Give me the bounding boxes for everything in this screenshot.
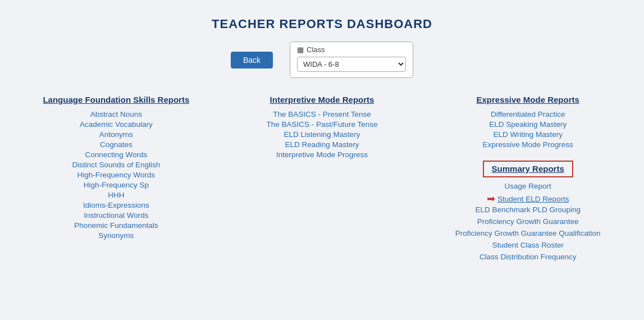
class-label-text: Class	[307, 45, 325, 54]
page-wrapper: TEACHER REPORTS DASHBOARD Back ▦ Class W…	[0, 0, 644, 320]
column-item-language_foundation-4[interactable]: Connecting Words	[85, 150, 147, 159]
columns-row: Language Foundation Skills ReportsAbstra…	[13, 95, 631, 264]
column-language_foundation: Language Foundation Skills ReportsAbstra…	[13, 95, 220, 264]
class-icon: ▦	[297, 45, 304, 54]
column-item-expressive_mode-3[interactable]: Expressive Mode Progress	[483, 140, 573, 149]
summary-header-box: Summary Reports	[483, 161, 573, 177]
column-item-language_foundation-8[interactable]: HHH	[108, 191, 124, 199]
column-expressive_mode: Expressive Mode ReportsDifferentiated Pr…	[425, 95, 631, 264]
summary-item-row-3: Proficiency Growth Guarantee	[477, 217, 579, 227]
arrow-icon: ➡	[487, 194, 495, 204]
column-item-interpretive_mode-0[interactable]: The BASICS - Present Tense	[273, 110, 371, 118]
summary-link-item-5[interactable]: Student Class Roster	[492, 241, 564, 249]
column-item-language_foundation-12[interactable]: Synonyms	[98, 231, 134, 240]
summary-section: Summary ReportsUsage Report➡Student ELD …	[455, 161, 601, 264]
back-button[interactable]: Back	[231, 52, 273, 68]
class-dropdown[interactable]: WIDA - 6-8	[297, 57, 406, 72]
page-title: TEACHER REPORTS DASHBOARD	[212, 17, 432, 31]
column-item-language_foundation-3[interactable]: Cognates	[100, 140, 133, 149]
summary-item-row-1: ➡Student ELD Reports	[487, 194, 569, 204]
column-item-language_foundation-0[interactable]: Abstract Nouns	[90, 110, 142, 118]
column-item-expressive_mode-1[interactable]: ELD Speaking Mastery	[489, 120, 567, 129]
class-selector-box: ▦ Class WIDA - 6-8	[290, 42, 413, 78]
column-item-language_foundation-11[interactable]: Phonemic Fundamentals	[74, 221, 158, 230]
summary-link-item-6[interactable]: Class Distribution Frequency	[479, 253, 577, 261]
summary-item-row-6: Class Distribution Frequency	[479, 253, 577, 263]
summary-highlighted-item-1[interactable]: Student ELD Reports	[497, 195, 569, 203]
column-item-language_foundation-10[interactable]: Instructional Words	[84, 211, 148, 220]
summary-link-item-2[interactable]: ELD Benchmark PLD Grouping	[475, 205, 581, 214]
column-item-language_foundation-9[interactable]: Idioms-Expressions	[83, 201, 149, 209]
column-header-interpretive_mode[interactable]: Interpretive Mode Reports	[270, 95, 374, 104]
summary-link-item-0[interactable]: Usage Report	[505, 182, 551, 190]
class-selector-label: ▦ Class	[297, 45, 406, 54]
column-item-interpretive_mode-3[interactable]: ELD Reading Mastery	[285, 140, 359, 149]
column-item-interpretive_mode-1[interactable]: The BASICS - Past/Future Tense	[267, 120, 378, 129]
column-interpretive_mode: Interpretive Mode ReportsThe BASICS - Pr…	[219, 95, 425, 264]
summary-header[interactable]: Summary Reports	[492, 164, 564, 173]
column-item-expressive_mode-2[interactable]: ELD Writing Mastery	[493, 130, 563, 139]
column-item-language_foundation-1[interactable]: Academic Vocabulary	[80, 120, 153, 129]
summary-item-row-0: Usage Report	[505, 182, 551, 192]
column-item-interpretive_mode-2[interactable]: ELD Listening Mastery	[284, 130, 360, 139]
column-item-language_foundation-5[interactable]: Distinct Sounds of English	[72, 161, 160, 169]
column-item-expressive_mode-0[interactable]: Differentiated Practice	[491, 110, 565, 118]
column-header-expressive_mode[interactable]: Expressive Mode Reports	[476, 95, 579, 104]
column-header-language_foundation[interactable]: Language Foundation Skills Reports	[43, 95, 189, 104]
column-item-language_foundation-2[interactable]: Antonyms	[99, 130, 133, 139]
column-item-language_foundation-6[interactable]: High-Frequency Words	[77, 171, 156, 179]
summary-item-row-4: Proficiency Growth Guarantee Qualificati…	[455, 229, 601, 239]
summary-item-row-2: ELD Benchmark PLD Grouping	[475, 205, 581, 216]
summary-link-item-3[interactable]: Proficiency Growth Guarantee	[477, 217, 579, 226]
summary-link-item-4[interactable]: Proficiency Growth Guarantee Qualificati…	[455, 229, 601, 237]
summary-item-row-5: Student Class Roster	[492, 241, 564, 251]
top-controls: Back ▦ Class WIDA - 6-8	[231, 42, 413, 78]
column-item-language_foundation-7[interactable]: High-Frequency Sp	[84, 181, 149, 189]
column-item-interpretive_mode-4[interactable]: Interpretive Mode Progress	[276, 150, 368, 159]
